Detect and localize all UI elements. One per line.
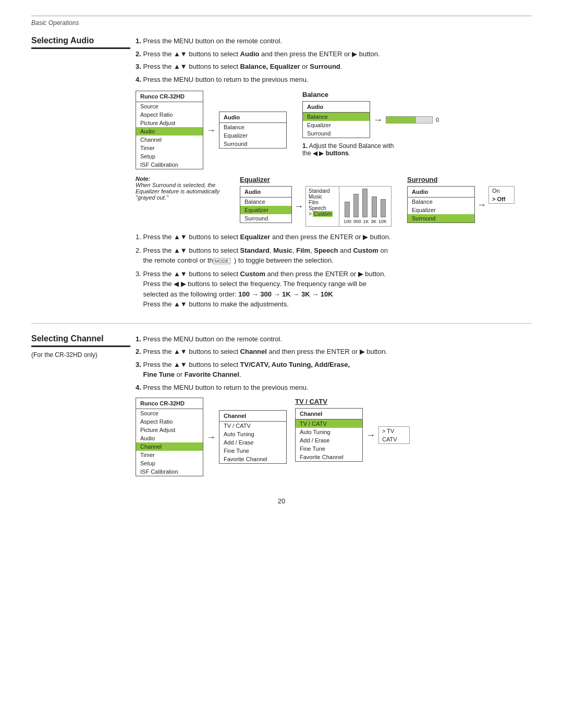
eq-freq-labels: 100 300 1K 3K 10K [342,219,388,224]
channel-instructions: 1. Press the MENU button on the remote c… [136,334,532,393]
surround-options-box: On > Off [488,186,515,204]
eq-bars [342,189,388,217]
menu-item-audio-highlight: Audio [136,127,203,135]
audio-submenu-title: Audio [219,112,286,123]
audio-item-surround: Surround [219,140,286,148]
audio-menu-diagrams: Runco CR-32HD Source Aspect Ratio Pictur… [136,91,532,169]
eq-opt-speech: Speech [309,205,336,211]
eq-opt-custom: Custom [313,211,333,217]
arrow-surround: → [477,200,486,209]
audio-item-equalizer: Equalizer [219,131,286,140]
surround-audio-title: Audio [408,187,474,198]
eq-bar-300 [353,194,359,217]
channel-step2: 2. Press the ▲▼ buttons to select Channe… [136,347,532,357]
tv-catv-item-autotuning: Auto Tuning [296,428,362,436]
tv-catv-item-adderase: Add / Erase [296,436,362,445]
tv-opt-catv: CATV [379,435,409,443]
channel-step1: 1. Press the MENU button on the remote c… [136,334,532,344]
freq-10k: 10K [378,219,387,224]
tv-catv-channel-title: Channel [296,409,362,419]
balance-bar [386,116,433,124]
note-text: When Surround is selected, the Equalizer… [136,182,224,201]
balance-note: 1. Adjust the Sound Balance withthe ◀ ▶ … [302,142,439,157]
section-divider [31,323,532,324]
eq-options-list: Standard Music Film Speech > Custom [305,186,339,227]
channel-runco-title: Runco CR-32HD [136,398,203,409]
balance-menu-balance: Balance [303,113,370,121]
balance-value: 0 [436,117,439,123]
eq-opt-film: Film [309,200,336,205]
eq-opt-standard: Standard [309,188,336,194]
arrow-balance: → [373,115,383,125]
arrow-channel-main: → [206,433,216,442]
menu-item-setup: Setup [136,152,203,161]
selecting-channel-section: Selecting Channel (For the CR-32HD only)… [31,334,532,482]
eq-opt-custom-row: > Custom [309,211,336,217]
tv-catv-channel-menu: Channel TV / CATV Auto Tuning Add / Eras… [295,408,363,462]
surround-menu-surround: Surround [408,214,474,223]
balance-menu-surround: Surround [303,129,370,138]
arrow-eq: → [294,202,303,211]
channel-step3: 3. Press the ▲▼ buttons to select TV/CAT… [136,360,532,380]
basic-ops-label: Basic Operations [31,19,532,27]
channel-submenu-box: Channel TV / CATV Auto Tuning Add / Eras… [219,410,287,464]
eq-menu-surround: Surround [240,214,291,223]
note-box: Note: When Surround is selected, the Equ… [136,176,224,201]
surround-block: Surround Audio Balance Equalizer Surroun… [407,176,515,227]
note-title: Note: [136,176,224,182]
audio-step3: 3. Press the ▲▼ buttons to select Balanc… [136,61,532,72]
section-title-col-channel: Selecting Channel (For the CR-32HD only) [31,334,136,482]
surround-menu-equalizer: Equalizer [408,206,474,214]
section-header-audio: Selecting Audio [31,36,130,51]
tv-catv-title: TV / CATV [295,398,410,405]
balance-diagram-group: Audio Balance Equalizer Surround → 0 [302,101,439,138]
channel-section-content: 1. Press the MENU button on the remote c… [136,334,532,482]
eq-bar-3k [372,196,377,217]
menu-item-timer: Timer [136,144,203,152]
tv-catv-diagram: Channel TV / CATV Auto Tuning Add / Eras… [295,408,410,462]
tv-catv-item-finetune: Fine Tune [296,445,362,453]
menu-item-isf: ISF Calibration [136,161,203,169]
mode-button[interactable]: MODE [213,258,230,264]
eq-audio-menu: Audio Balance Equalizer Surround [240,186,292,223]
arrow-tv-catv: → [366,430,375,440]
ch-menu-audio: Audio [136,434,203,442]
audio-item-balance: Balance [219,123,286,131]
eq-step1: 1. Press the ▲▼ buttons to select Equali… [136,232,532,242]
runco-menu-title: Runco CR-32HD [136,91,203,102]
menu-item-source: Source [136,102,203,110]
balance-title: Balance [302,91,439,98]
menu-item-channel: Channel [136,135,203,144]
section-title-col-audio: Selecting Audio [31,36,136,313]
surround-opt-on: On [489,187,514,195]
equalizer-title: Equalizer [240,176,391,183]
eq-step2: 2. Press the ▲▼ buttons to select Standa… [136,245,532,266]
header-rule [31,16,532,16]
selecting-channel-title: Selecting Channel [31,334,130,347]
audio-step2: 2. Press the ▲▼ buttons to select Audio … [136,49,532,59]
eq-audio-title: Audio [240,187,291,198]
eq-bars-container: 100 300 1K 3K 10K [339,186,391,227]
tv-catv-options: > TV CATV [378,426,410,444]
section-header-channel: Selecting Channel (For the CR-32HD only) [31,334,130,359]
eq-bar-10k [381,199,386,217]
eq-step3: 3. Press the ▲▼ buttons to select Custom… [136,269,532,310]
balance-section: Balance Audio Balance Equalizer Surround… [302,91,439,157]
eq-surround-diagrams: Equalizer Audio Balance Equalizer Surrou… [240,176,532,227]
audio-step4: 4. Press the MENU button to return to th… [136,75,532,85]
selecting-audio-title: Selecting Audio [31,36,130,49]
surround-opt-off: > Off [489,195,514,203]
freq-3k: 3K [371,219,376,224]
eq-options-bars: Standard Music Film Speech > Custom [305,186,391,227]
ch-menu-source: Source [136,409,203,417]
freq-order: 100 → 300 → 1K → 3K → 10K [238,290,333,298]
channel-diagrams: Runco CR-32HD Source Aspect Ratio Pictur… [136,398,532,476]
channel-submenu-title: Channel [219,411,286,422]
ch-menu-isf: ISF Calibration [136,467,203,476]
freq-300: 300 [353,219,361,224]
eq-menu-balance: Balance [240,198,291,206]
ch-sub-tvcatv: TV / CATV [219,422,286,430]
audio-section-content: 1. Press the MENU button on the remote c… [136,36,532,313]
arrow-main-to-audio: → [206,126,216,135]
note-section: Note: When Surround is selected, the Equ… [136,176,224,227]
